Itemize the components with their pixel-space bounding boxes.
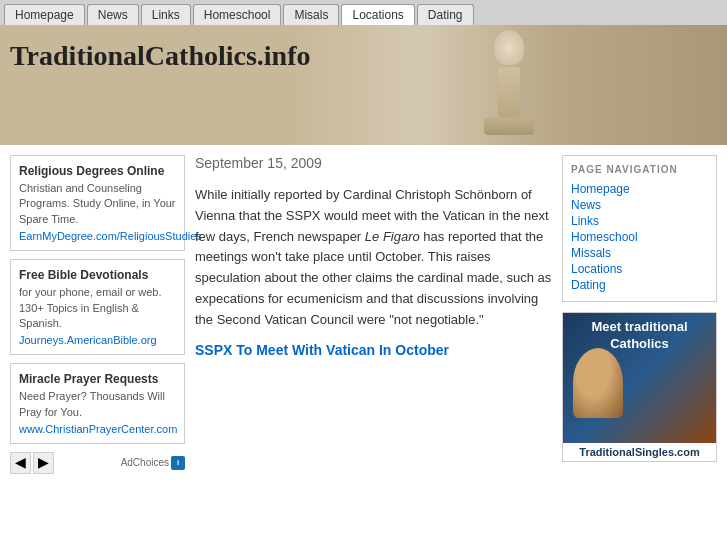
ads-container: Religious Degrees Online Christian and C… xyxy=(10,155,185,444)
ad-image-content: Meet traditionalCatholics xyxy=(563,313,716,443)
nav-tabs: HomepageNewsLinksHomeschoolMisalsLocatio… xyxy=(0,0,727,25)
nav-tab-locations[interactable]: Locations xyxy=(341,4,414,25)
ad-desc: Need Prayer? Thousands Will Pray for You… xyxy=(19,390,165,417)
adchoices: AdChoices i xyxy=(121,456,185,470)
ad-image-url: TraditionalSingles.com xyxy=(563,443,716,461)
site-header: TraditionalCatholics.info xyxy=(0,25,727,145)
ad-title: Religious Degrees Online xyxy=(19,164,176,178)
article-body: While initially reported by Cardinal Chr… xyxy=(195,185,552,360)
page-nav-item-news[interactable]: News xyxy=(571,197,708,213)
article-read-more-link[interactable]: SSPX To Meet With Vatican In October xyxy=(195,341,552,361)
ad-image-figure xyxy=(573,348,623,418)
article-date: September 15, 2009 xyxy=(195,155,552,175)
page-nav-item-missals[interactable]: Missals xyxy=(571,245,708,261)
ad-link[interactable]: Journeys.AmericanBible.org xyxy=(19,334,176,346)
ad-link[interactable]: www.ChristianPrayerCenter.com xyxy=(19,423,176,435)
nav-tab-misals[interactable]: Misals xyxy=(283,4,339,25)
ad-box: Free Bible Devotionals for your phone, e… xyxy=(10,259,185,355)
statue-head xyxy=(494,30,524,65)
ad-box: Religious Degrees Online Christian and C… xyxy=(10,155,185,251)
article-text: While initially reported by Cardinal Chr… xyxy=(195,187,551,327)
page-nav-item-dating[interactable]: Dating xyxy=(571,277,708,293)
page-nav-item-homeschool[interactable]: Homeschool xyxy=(571,229,708,245)
statue-base xyxy=(484,117,534,135)
main-layout: Religious Degrees Online Christian and C… xyxy=(0,145,727,484)
nav-tab-homeschool[interactable]: Homeschool xyxy=(193,4,282,25)
ad-prev-button[interactable]: ◀ xyxy=(10,452,31,474)
page-nav-items: HomepageNewsLinksHomeschoolMissalsLocati… xyxy=(571,181,708,293)
page-nav-item-homepage[interactable]: Homepage xyxy=(571,181,708,197)
left-sidebar: Religious Degrees Online Christian and C… xyxy=(10,155,185,474)
ad-link[interactable]: EarnMyDegree.com/ReligiousStudies xyxy=(19,230,176,242)
main-content: September 15, 2009 While initially repor… xyxy=(195,155,552,474)
sidebar-ad-image[interactable]: Meet traditionalCatholics TraditionalSin… xyxy=(562,312,717,462)
right-sidebar: PAGE NAVIGATION HomepageNewsLinksHomesch… xyxy=(562,155,717,474)
nav-tab-dating[interactable]: Dating xyxy=(417,4,474,25)
nav-tab-homepage[interactable]: Homepage xyxy=(4,4,85,25)
site-title: TraditionalCatholics.info xyxy=(10,40,311,72)
statue-decoration xyxy=(479,30,539,140)
nav-tab-news[interactable]: News xyxy=(87,4,139,25)
adchoices-icon: i xyxy=(171,456,185,470)
ad-image-title: Meet traditionalCatholics xyxy=(591,319,687,353)
ad-title: Free Bible Devotionals xyxy=(19,268,176,282)
ad-next-button[interactable]: ▶ xyxy=(33,452,54,474)
adchoices-label: AdChoices xyxy=(121,457,169,468)
ad-controls: ◀ ▶ AdChoices i xyxy=(10,452,185,474)
page-nav-title: PAGE NAVIGATION xyxy=(571,164,708,175)
ad-title: Miracle Prayer Requests xyxy=(19,372,176,386)
ad-desc: Christian and Counseling Programs. Study… xyxy=(19,182,176,225)
page-nav-box: PAGE NAVIGATION HomepageNewsLinksHomesch… xyxy=(562,155,717,302)
page-nav-item-links[interactable]: Links xyxy=(571,213,708,229)
ad-desc: for your phone, email or web. 130+ Topic… xyxy=(19,286,161,329)
ad-box: Miracle Prayer Requests Need Prayer? Tho… xyxy=(10,363,185,444)
statue-body xyxy=(498,67,520,117)
nav-tab-links[interactable]: Links xyxy=(141,4,191,25)
header-image xyxy=(291,25,727,145)
page-nav-item-locations[interactable]: Locations xyxy=(571,261,708,277)
